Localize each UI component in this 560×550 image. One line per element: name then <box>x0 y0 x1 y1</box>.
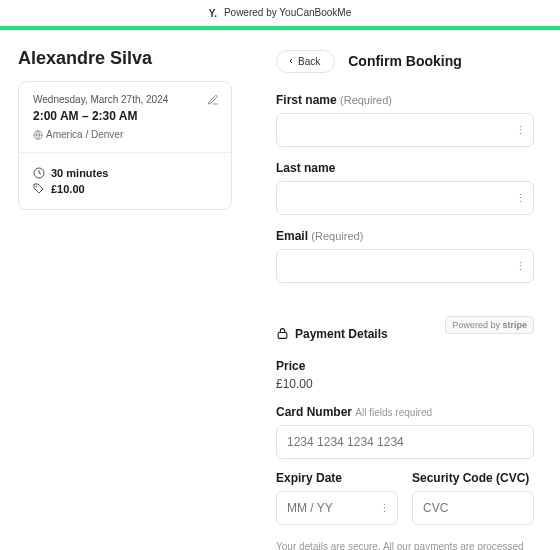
secure-note: Your details are secure. All our payment… <box>276 539 534 550</box>
kebab-icon[interactable]: ⋮ <box>379 502 390 513</box>
payment-section-title: Payment Details <box>276 327 388 341</box>
email-label: Email (Required) <box>276 229 534 243</box>
email-input[interactable] <box>276 249 534 283</box>
svg-point-2 <box>36 186 37 187</box>
card-number-label: Card Number All fields required <box>276 405 534 419</box>
expiry-label: Expiry Date <box>276 471 398 485</box>
first-name-label: First name (Required) <box>276 93 534 107</box>
ycbm-logo-icon: Y. <box>209 8 217 19</box>
card-number-input[interactable] <box>276 425 534 459</box>
kebab-icon[interactable]: ⋮ <box>515 260 526 271</box>
booking-timezone: America / Denver <box>33 129 217 140</box>
first-name-input[interactable] <box>276 113 534 147</box>
host-name: Alexandre Silva <box>18 48 232 69</box>
svg-rect-3 <box>278 333 287 339</box>
chevron-left-icon <box>287 57 295 65</box>
price-label: Price <box>276 359 534 373</box>
powered-by-text: Powered by YouCanBookMe <box>224 7 351 18</box>
edit-icon[interactable] <box>207 94 219 106</box>
price-line: £10.00 <box>33 183 217 195</box>
last-name-label: Last name <box>276 161 534 175</box>
booking-date: Wednesday, March 27th, 2024 <box>33 94 217 105</box>
price-value: £10.00 <box>276 377 534 391</box>
lock-icon <box>276 327 289 340</box>
tag-icon <box>33 183 45 195</box>
booking-summary-card: Wednesday, March 27th, 2024 2:00 AM – 2:… <box>18 81 232 210</box>
kebab-icon[interactable]: ⋮ <box>515 124 526 135</box>
page-title: Confirm Booking <box>348 53 462 69</box>
cvc-label: Security Code (CVC) <box>412 471 534 485</box>
stripe-badge: Powered by stripe <box>445 316 534 334</box>
globe-icon <box>33 130 43 140</box>
last-name-input[interactable] <box>276 181 534 215</box>
cvc-input[interactable] <box>412 491 534 525</box>
duration-line: 30 minutes <box>33 167 217 179</box>
top-bar: Y. Powered by YouCanBookMe <box>0 0 560 26</box>
kebab-icon[interactable]: ⋮ <box>515 192 526 203</box>
back-button[interactable]: Back <box>276 50 335 73</box>
booking-time: 2:00 AM – 2:30 AM <box>33 109 217 123</box>
clock-icon <box>33 167 45 179</box>
